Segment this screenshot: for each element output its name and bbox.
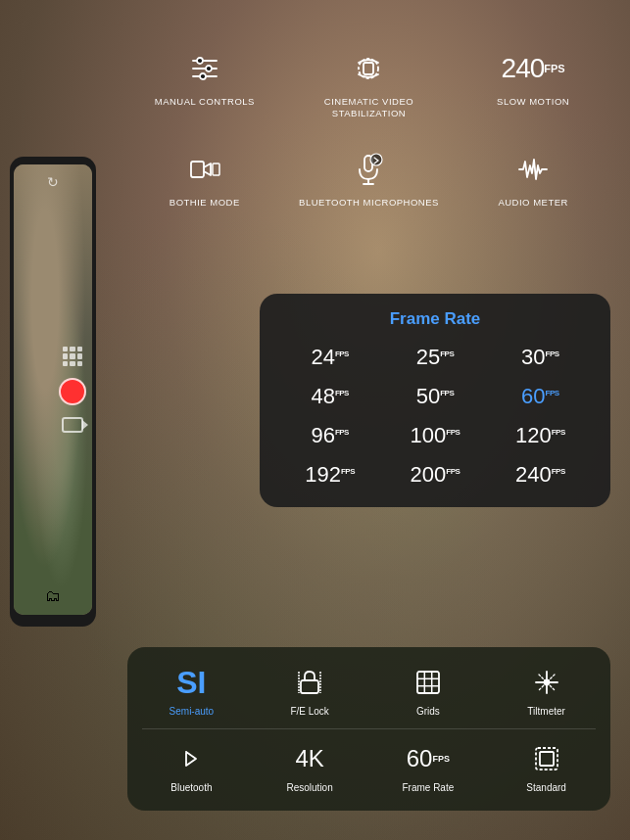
bluetooth-label: Bluetooth — [170, 782, 212, 793]
frame-rate-title: Frame Rate — [279, 309, 591, 329]
bp-standard[interactable]: Standard — [492, 741, 601, 793]
slow-motion-label: SLOW MOTION — [497, 96, 569, 108]
refresh-icon: ↻ — [47, 174, 59, 190]
standard-icon — [532, 741, 561, 776]
feature-slow-motion[interactable]: 240FPS SLOW MOTION — [456, 49, 610, 120]
record-button[interactable] — [59, 378, 86, 405]
bp-resolution[interactable]: 4K Resolution — [256, 741, 364, 793]
bluetooth-icon — [176, 741, 206, 776]
si-icon: SI — [176, 665, 206, 700]
tiltmeter-label: Tiltmeter — [527, 706, 565, 717]
bp-grids[interactable]: Grids — [374, 665, 483, 717]
bp-fe-lock[interactable]: F/E Lock — [256, 665, 364, 717]
fr-24[interactable]: 24FPS — [279, 341, 380, 374]
audio-meter-label: AUDIO METER — [498, 197, 567, 209]
fps-240-icon: 240FPS — [502, 49, 565, 88]
panel-divider — [142, 728, 596, 729]
svg-rect-14 — [301, 680, 318, 693]
fr-50[interactable]: 50FPS — [384, 380, 485, 413]
svg-rect-17 — [417, 672, 439, 693]
feature-audio-meter[interactable]: AUDIO METER — [456, 150, 610, 209]
feature-cinematic-stabilization[interactable]: CINEMATIC VIDEO STABILIZATION — [292, 49, 447, 120]
fr-200[interactable]: 200FPS — [384, 458, 485, 491]
svg-point-5 — [200, 73, 206, 79]
svg-point-3 — [197, 58, 203, 64]
grids-label: Grids — [416, 706, 440, 717]
frame-rate-grid: 24FPS 25FPS 30FPS 48FPS 50FPS 60FPS 96FP… — [279, 341, 591, 491]
svg-rect-9 — [213, 163, 219, 175]
bottom-row-2: Bluetooth 4K Resolution 60FPS Frame Rate… — [137, 741, 601, 793]
svg-point-26 — [544, 680, 549, 685]
bt-mic-label: BLUETOOTH MICROPHONES — [299, 197, 439, 209]
svg-rect-7 — [363, 63, 373, 74]
grids-icon — [413, 665, 443, 700]
fr-120[interactable]: 120FPS — [490, 419, 591, 452]
phone-screen: ↻ 🗂 — [14, 164, 92, 615]
fps-60-icon: 60FPS — [407, 741, 450, 776]
sliders-icon — [187, 49, 222, 88]
bp-bluetooth[interactable]: Bluetooth — [137, 741, 246, 793]
frame-rate-bottom-label: Frame Rate — [402, 782, 454, 793]
svg-rect-28 — [540, 752, 554, 766]
bp-semi-auto[interactable]: SI Semi-auto — [137, 665, 246, 717]
feature-bluetooth-microphones[interactable]: BLUETOOTH MICROPHONES — [292, 150, 447, 209]
svg-rect-8 — [191, 162, 204, 177]
resolution-label: Resolution — [286, 782, 332, 793]
fr-48[interactable]: 48FPS — [279, 380, 380, 413]
feature-manual-controls[interactable]: MANUAL CONTROLS — [127, 49, 282, 120]
waveform-icon — [515, 150, 551, 189]
grid-button[interactable] — [63, 347, 82, 366]
feature-bothie-mode[interactable]: BOTHIE MODE — [127, 150, 282, 209]
bp-frame-rate[interactable]: 60FPS Frame Rate — [374, 741, 483, 793]
cinematic-label: CINEMATIC VIDEO STABILIZATION — [292, 96, 447, 120]
manual-controls-label: MANUAL CONTROLS — [155, 96, 255, 108]
fe-lock-icon — [295, 665, 324, 700]
frame-rate-panel: Frame Rate 24FPS 25FPS 30FPS 48FPS 50FPS… — [260, 294, 610, 507]
fr-30[interactable]: 30FPS — [490, 341, 591, 374]
bottom-row-1: SI Semi-auto F/E Lock — [137, 665, 601, 717]
fr-60[interactable]: 60FPS — [490, 380, 591, 413]
fr-240[interactable]: 240FPS — [490, 458, 591, 491]
fr-192[interactable]: 192FPS — [279, 458, 380, 491]
bp-tiltmeter[interactable]: Tiltmeter — [492, 665, 601, 717]
fr-96[interactable]: 96FPS — [279, 419, 380, 452]
fr-25[interactable]: 25FPS — [384, 341, 485, 374]
fr-100[interactable]: 100FPS — [384, 419, 485, 452]
bothie-label: BOTHIE MODE — [170, 197, 240, 209]
semi-auto-label: Semi-auto — [170, 706, 215, 717]
standard-label: Standard — [526, 782, 566, 793]
features-grid: MANUAL CONTROLS CINEMATIC VIDEO STABILIZ… — [127, 49, 610, 209]
folder-icon: 🗂 — [45, 587, 61, 605]
resolution-4k-icon: 4K — [295, 741, 323, 776]
phone-controls — [59, 347, 86, 433]
svg-point-4 — [206, 66, 212, 71]
camera-phone: ↻ 🗂 — [10, 157, 96, 627]
stabilization-icon — [351, 49, 386, 88]
bt-mic-icon — [351, 150, 386, 189]
bothie-icon — [187, 150, 222, 189]
tiltmeter-icon — [532, 665, 561, 700]
bottom-panel: SI Semi-auto F/E Lock — [127, 647, 610, 811]
fe-lock-label: F/E Lock — [290, 706, 328, 717]
video-button[interactable] — [62, 417, 83, 433]
